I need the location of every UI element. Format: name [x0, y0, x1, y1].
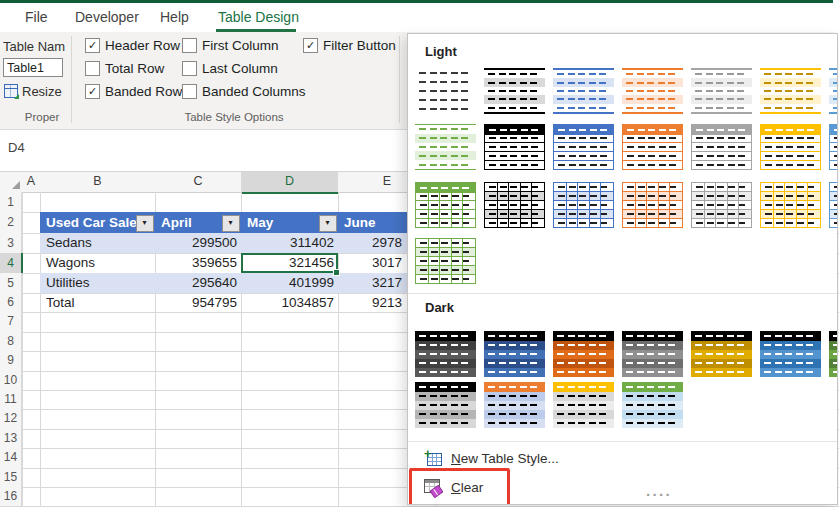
- table-style-thumbnail[interactable]: [829, 331, 838, 377]
- table-style-thumbnail[interactable]: [829, 124, 838, 170]
- table-style-thumbnail[interactable]: [760, 331, 821, 377]
- checkbox-banded-columns[interactable]: Banded Columns: [182, 84, 306, 99]
- table-style-thumbnail[interactable]: [415, 238, 476, 284]
- thumb-body-row: [760, 70, 821, 78]
- table-style-thumbnail[interactable]: [760, 182, 821, 228]
- row-header-12[interactable]: 12: [0, 409, 22, 428]
- table-style-thumbnail[interactable]: [415, 182, 476, 228]
- new-table-style-menu-item[interactable]: + New Table Style...: [408, 446, 838, 470]
- dash-pattern: [488, 98, 541, 100]
- row-header-1[interactable]: 1: [0, 192, 22, 212]
- row-header-14[interactable]: 14: [0, 448, 22, 467]
- table-style-thumbnail[interactable]: [553, 382, 614, 428]
- thumb-body-row: [553, 104, 614, 112]
- table-style-thumbnail[interactable]: [484, 124, 545, 170]
- row-header-2[interactable]: 2: [0, 212, 22, 234]
- checkbox-banded-rows[interactable]: ✓Banded Rows: [85, 84, 189, 99]
- column-header-A[interactable]: A: [22, 172, 41, 193]
- cell-C3[interactable]: 299500: [155, 233, 237, 253]
- table-style-thumbnail[interactable]: [484, 382, 545, 428]
- row-header-3[interactable]: 3: [0, 233, 22, 253]
- row-header-5[interactable]: 5: [0, 273, 22, 293]
- checkbox-last-column[interactable]: Last Column: [182, 61, 278, 76]
- dash-pattern: [488, 371, 541, 373]
- table-style-thumbnail[interactable]: [622, 124, 683, 170]
- column-header-C[interactable]: C: [155, 172, 242, 193]
- cell-E4[interactable]: 3017: [372, 253, 402, 273]
- dash-pattern: [419, 386, 472, 388]
- table-style-thumbnail[interactable]: [553, 182, 614, 228]
- name-box[interactable]: D4: [8, 140, 25, 155]
- table-style-thumbnail[interactable]: [553, 124, 614, 170]
- table-style-thumbnail[interactable]: [484, 182, 545, 228]
- row-header-10[interactable]: 10: [0, 371, 22, 390]
- dash-pattern: [696, 204, 747, 206]
- cell-C5[interactable]: 295640: [155, 273, 237, 293]
- filter-button[interactable]: ▾: [222, 215, 240, 232]
- tab-file[interactable]: File: [25, 9, 48, 25]
- tab-table-design[interactable]: Table Design: [218, 9, 299, 25]
- table-style-thumbnail[interactable]: [760, 68, 821, 114]
- row-header-8[interactable]: 8: [0, 332, 22, 351]
- cell-E3[interactable]: 2978: [372, 233, 402, 253]
- table-style-thumbnail[interactable]: [415, 331, 476, 377]
- table-style-thumbnail[interactable]: [622, 331, 683, 377]
- table-style-thumbnail[interactable]: [622, 182, 683, 228]
- table-style-thumbnail[interactable]: [829, 182, 838, 228]
- filter-button[interactable]: ▾: [136, 215, 154, 232]
- cell-E6[interactable]: 9213: [372, 293, 402, 313]
- table-style-thumbnail[interactable]: [691, 331, 752, 377]
- checkbox-total-row[interactable]: Total Row: [85, 61, 164, 76]
- cell-C4[interactable]: 359655: [155, 253, 237, 273]
- column-header-D[interactable]: D: [241, 172, 339, 194]
- resize-table-button[interactable]: Resize: [4, 83, 62, 99]
- filter-button[interactable]: ▾: [319, 215, 337, 232]
- row-header-7[interactable]: 7: [0, 312, 22, 331]
- row-header-15[interactable]: 15: [0, 468, 22, 487]
- checkbox-filter-button[interactable]: ✓Filter Button: [303, 38, 396, 53]
- row-header-9[interactable]: 9: [0, 351, 22, 370]
- table-style-thumbnail[interactable]: [415, 124, 476, 170]
- table-style-thumbnail[interactable]: [691, 124, 752, 170]
- table-style-thumbnail[interactable]: [691, 68, 752, 114]
- cell-D4[interactable]: 321456: [241, 253, 334, 273]
- cell-D6[interactable]: 1034857: [241, 293, 334, 313]
- row-header-13[interactable]: 13: [0, 429, 22, 448]
- table-style-thumbnail[interactable]: [415, 382, 476, 428]
- fill-handle[interactable]: [333, 269, 340, 276]
- cell-D5[interactable]: 401999: [241, 273, 334, 293]
- checkbox-header-row[interactable]: ✓Header Row: [85, 38, 180, 53]
- cell-B5[interactable]: Utilities: [46, 273, 90, 293]
- row-header-16[interactable]: 16: [0, 487, 22, 506]
- row-header-4[interactable]: 4: [0, 253, 23, 273]
- table-style-thumbnail[interactable]: [829, 68, 838, 114]
- table-style-thumbnail[interactable]: [691, 182, 752, 228]
- table-style-thumbnail[interactable]: [415, 68, 476, 114]
- cell-B6[interactable]: Total: [46, 293, 75, 313]
- table-style-thumbnail[interactable]: [553, 68, 614, 114]
- table-name-input[interactable]: [3, 58, 63, 77]
- thumb-body-row: [830, 183, 838, 191]
- tab-help[interactable]: Help: [160, 9, 189, 25]
- checkbox-first-column[interactable]: First Column: [182, 38, 279, 53]
- row-header-6[interactable]: 6: [0, 293, 22, 312]
- cell-C6[interactable]: 954795: [155, 293, 237, 313]
- cell-E5[interactable]: 3217: [372, 273, 402, 293]
- tab-developer[interactable]: Developer: [75, 9, 139, 25]
- row-header-11[interactable]: 11: [0, 390, 22, 409]
- thumb-body-row: [691, 104, 752, 112]
- table-style-thumbnail[interactable]: [484, 331, 545, 377]
- cell-B3[interactable]: Sedans: [46, 233, 92, 253]
- table-style-thumbnail[interactable]: [622, 382, 683, 428]
- thumb-body-row: [761, 151, 820, 160]
- table-style-thumbnail[interactable]: [622, 68, 683, 114]
- table-style-thumbnail[interactable]: [484, 68, 545, 114]
- table-style-thumbnail[interactable]: [760, 124, 821, 170]
- select-all-corner[interactable]: [0, 172, 23, 193]
- dash-pattern: [695, 82, 748, 84]
- column-header-B[interactable]: B: [40, 172, 156, 193]
- gallery-resize-handle[interactable]: ····: [646, 486, 672, 503]
- cell-D3[interactable]: 311402: [241, 233, 334, 253]
- table-style-thumbnail[interactable]: [553, 331, 614, 377]
- cell-B4[interactable]: Wagons: [46, 253, 95, 273]
